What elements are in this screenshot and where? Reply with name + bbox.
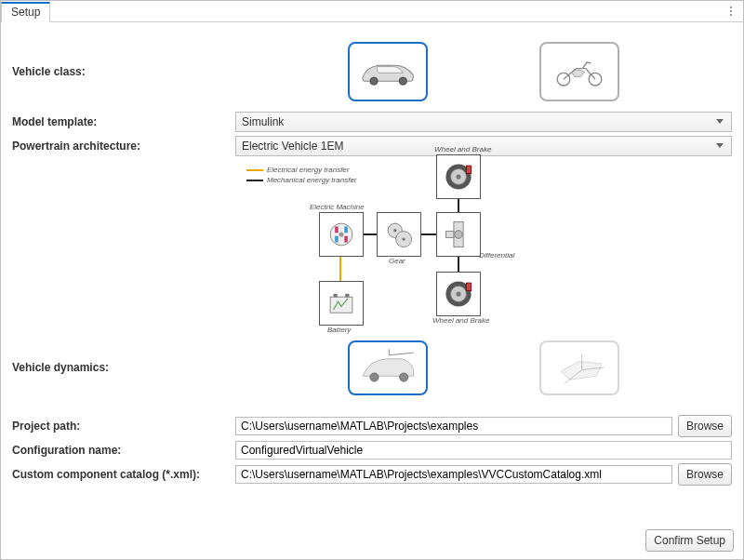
model-template-value: Simulink — [242, 115, 284, 128]
svg-rect-25 — [467, 166, 472, 174]
svg-point-33 — [370, 373, 379, 381]
svg-rect-32 — [345, 294, 349, 297]
confirm-setup-label: Confirm Setup — [654, 534, 725, 547]
svg-point-18 — [402, 237, 405, 240]
vehicle-dynamics-label: Vehicle dynamics: — [12, 361, 235, 374]
svg-rect-20 — [445, 232, 454, 238]
svg-rect-13 — [344, 236, 347, 243]
diagram-wheel-bottom — [436, 272, 481, 316]
vehicle-class-car[interactable] — [348, 42, 428, 101]
powertrain-arch-label: Powertrain architecture: — [12, 140, 235, 153]
diagram-wheel-top — [436, 154, 481, 199]
diagram-electric-machine — [319, 212, 364, 257]
longitudinal-icon — [357, 348, 418, 387]
svg-rect-31 — [334, 294, 338, 297]
svg-rect-10 — [335, 227, 338, 233]
diagram-gear — [377, 212, 421, 257]
custom-catalog-browse-button[interactable]: Browse — [678, 463, 732, 486]
browse-label-2: Browse — [686, 468, 724, 481]
svg-point-1 — [399, 77, 406, 85]
svg-point-24 — [456, 174, 460, 179]
car-icon — [356, 51, 419, 92]
project-path-browse-button[interactable]: Browse — [678, 415, 732, 437]
browse-label: Browse — [686, 420, 724, 433]
svg-rect-11 — [344, 227, 347, 233]
svg-point-34 — [400, 373, 408, 381]
svg-point-17 — [393, 229, 396, 232]
svg-point-21 — [455, 231, 463, 239]
svg-point-0 — [370, 77, 378, 85]
project-path-input[interactable] — [235, 417, 672, 435]
tab-setup[interactable]: Setup — [1, 2, 50, 22]
tab-bar: Setup — [1, 1, 743, 22]
configuration-name-input[interactable] — [235, 441, 732, 460]
confirm-setup-button[interactable]: Confirm Setup — [645, 529, 734, 552]
panel-menu-button[interactable] — [724, 5, 737, 18]
setup-form: Vehicle class: — [1, 22, 743, 500]
diagram-battery — [319, 281, 364, 326]
vehicle-dynamics-longitudinal[interactable] — [348, 340, 428, 395]
svg-point-28 — [456, 291, 460, 296]
vehicle-dynamics-3d[interactable] — [539, 340, 619, 395]
diagram-wheel-bottom-label: Wheel and Brake — [432, 316, 489, 325]
model-template-select[interactable]: Simulink — [235, 112, 732, 132]
svg-rect-30 — [330, 297, 352, 313]
model-template-label: Model template: — [12, 115, 235, 128]
svg-rect-29 — [467, 283, 472, 291]
powertrain-arch-value: Electric Vehicle 1EM — [242, 140, 343, 153]
diagram-wheel-top-label: Wheel and Brake — [434, 145, 491, 153]
diagram-battery-label: Battery — [327, 326, 351, 334]
diagram-differential-label: Differential — [479, 251, 514, 260]
diagram-electric-machine-label: Electric Machine — [310, 203, 365, 211]
tab-setup-label: Setup — [11, 6, 40, 19]
threed-icon — [549, 348, 610, 387]
motorcycle-icon — [548, 51, 611, 92]
diagram-differential — [436, 212, 481, 257]
vehicle-class-label: Vehicle class: — [12, 65, 235, 78]
project-path-label: Project path: — [12, 420, 235, 433]
custom-catalog-input[interactable] — [235, 465, 672, 484]
diagram-gear-label: Gear — [389, 257, 405, 265]
configuration-name-label: Configuration name: — [12, 444, 235, 457]
svg-rect-12 — [335, 236, 338, 243]
vehicle-class-motorcycle[interactable] — [539, 42, 619, 101]
setup-panel: Setup Vehicle class: — [0, 0, 744, 560]
svg-point-14 — [339, 232, 343, 236]
svg-line-36 — [389, 353, 413, 355]
custom-catalog-label: Custom component catalog (*.xml): — [12, 468, 235, 481]
powertrain-diagram: Electrical energy transfer Mechanical en… — [219, 162, 525, 329]
